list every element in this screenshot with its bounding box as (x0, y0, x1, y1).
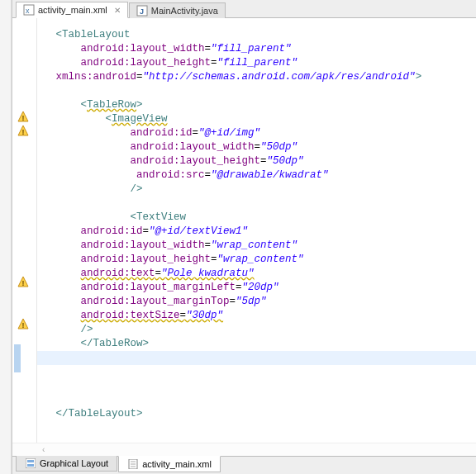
tab-graphical-layout[interactable]: Graphical Layout (16, 456, 117, 472)
tab-source-xml[interactable]: activity_main.xml (118, 456, 221, 472)
horizontal-scroll-hint[interactable]: ‹ (12, 443, 476, 456)
svg-text:x: x (26, 7, 30, 15)
warning-icon[interactable]: ! (17, 111, 29, 122)
editor-pane: x activity_main.xml ✕ J MainActivity.jav… (12, 0, 476, 474)
warning-icon[interactable]: ! (17, 125, 29, 136)
tab-label: Graphical Layout (40, 458, 108, 468)
close-icon[interactable]: ✕ (114, 6, 121, 15)
svg-text:!: ! (22, 128, 25, 136)
editor-gutter: !!!! (12, 18, 37, 443)
code-area[interactable]: <TableLayout android:layout_width="fill_… (37, 18, 476, 443)
window-left-gutter (0, 0, 12, 474)
layout-icon (25, 457, 36, 469)
svg-rect-13 (27, 460, 34, 462)
xml-file-icon: x (23, 4, 35, 16)
svg-rect-14 (27, 464, 34, 467)
tab-label: activity_main.xml (38, 5, 107, 15)
tab-label: MainActivity.java (151, 6, 218, 16)
editor-bottom-tabs: Graphical Layout activity_main.xml (12, 456, 476, 474)
file-icon (127, 458, 139, 470)
tab-main-activity-java[interactable]: J MainActivity.java (129, 2, 226, 18)
change-bar (14, 344, 21, 372)
warning-icon[interactable]: ! (17, 276, 29, 287)
svg-text:!: ! (22, 114, 25, 122)
editor-body: !!!! <TableLayout android:layout_width="… (12, 18, 476, 443)
svg-text:!: ! (22, 321, 25, 329)
svg-text:J: J (140, 7, 144, 16)
java-file-icon: J (136, 5, 148, 17)
tab-label: activity_main.xml (142, 459, 212, 469)
warning-icon[interactable]: ! (17, 318, 29, 329)
tab-activity-main-xml[interactable]: x activity_main.xml ✕ (16, 2, 128, 18)
svg-rect-12 (26, 458, 36, 468)
editor-tabs: x activity_main.xml ✕ J MainActivity.jav… (12, 0, 476, 18)
svg-text:!: ! (22, 279, 25, 287)
